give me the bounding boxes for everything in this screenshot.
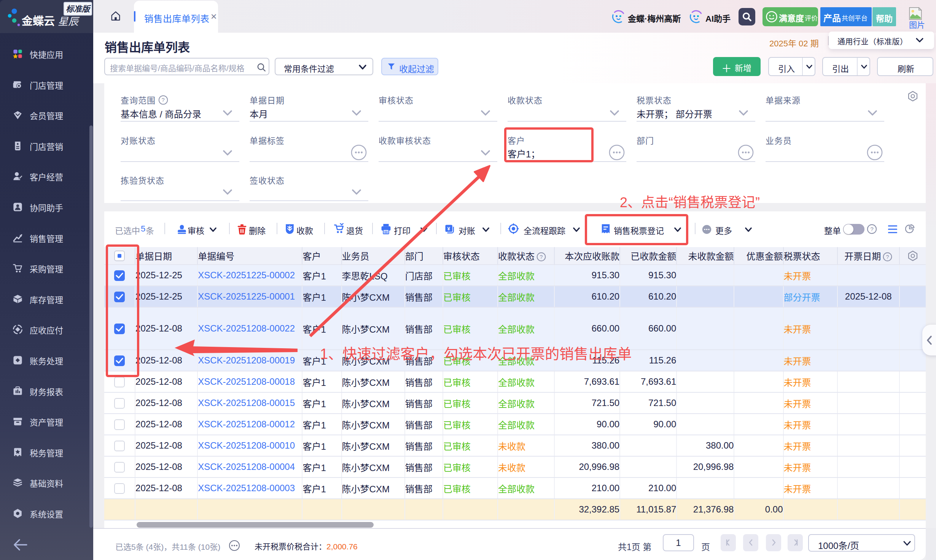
svg-text:?: ? — [870, 226, 874, 232]
svg-text:¥: ¥ — [447, 226, 450, 232]
svg-text:?: ? — [540, 254, 543, 260]
svg-text:?: ? — [162, 97, 165, 103]
svg-text:?: ? — [886, 254, 889, 260]
